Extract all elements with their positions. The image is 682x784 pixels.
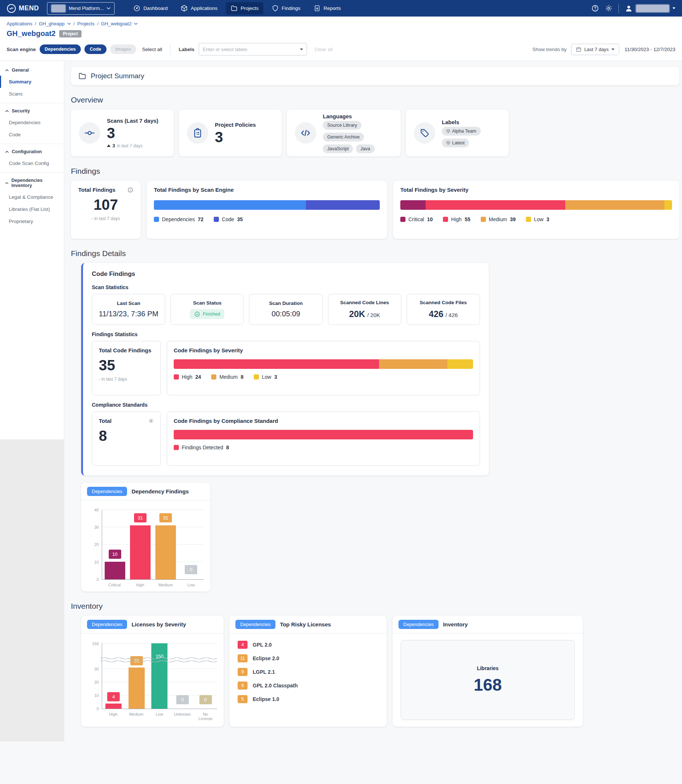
- applications-icon: [181, 5, 188, 12]
- sidebar-section-header-general[interactable]: General: [0, 64, 64, 76]
- dependencies-badge: Dependencies: [87, 620, 127, 629]
- x-label: Critical: [103, 583, 126, 587]
- nav-item-projects[interactable]: Projects: [226, 2, 263, 14]
- sidebar-section-header-configuration[interactable]: Configuration: [0, 145, 64, 157]
- bar-low: 150: [151, 643, 167, 709]
- y-tick: 20: [94, 542, 99, 547]
- sidebar-item-libraries-flat-list[interactable]: Libraries (Flat List): [0, 203, 64, 215]
- dependencies-badge: Dependencies: [398, 620, 438, 629]
- tag-icon: [414, 122, 435, 144]
- engine-chip-code[interactable]: Code: [84, 45, 106, 54]
- code-findings-severity-legend: High24 Medium8 Low3: [174, 374, 473, 380]
- trend-period-button[interactable]: Last 7 days: [571, 44, 620, 55]
- sidebar-item-dependencies[interactable]: Dependencies: [0, 117, 64, 129]
- gear-icon[interactable]: [148, 418, 154, 423]
- compliance-total-value: 8: [99, 428, 154, 444]
- project-type-badge: Project: [59, 30, 81, 37]
- code-findings-panel: Code Findings Scan Statistics Last Scan …: [81, 263, 489, 476]
- breadcrumb-projects[interactable]: Projects: [77, 21, 94, 26]
- chevron-down-icon[interactable]: [134, 22, 138, 25]
- mend-logo-icon: [6, 4, 16, 13]
- sidebar-section-header-dependencies-inventory[interactable]: Dependencies Inventory: [0, 174, 64, 191]
- sidebar-item-summary[interactable]: Summary: [0, 76, 64, 88]
- dependency-findings-title: Dependency Findings: [131, 488, 189, 495]
- nav-item-findings[interactable]: Findings: [267, 2, 305, 14]
- clipboard-icon: [187, 122, 208, 144]
- licenses-by-severity-card: Dependencies Licenses by Severity 150 30…: [81, 616, 224, 727]
- breadcrumb-applications[interactable]: Applications: [6, 21, 32, 26]
- bar-segment-low: [447, 359, 473, 369]
- findings-by-severity-card: Total Findings by Severity Critical10 Hi…: [393, 181, 679, 239]
- labels-select[interactable]: [199, 43, 307, 56]
- breadcrumb-project[interactable]: GH_webgoat2: [101, 21, 131, 26]
- engine-chip-images[interactable]: Images: [110, 45, 136, 54]
- dependencies-badge: Dependencies: [236, 620, 276, 629]
- project-summary-title: Project Summary: [91, 72, 144, 80]
- sidebar-section-general: General Summary Scans: [0, 62, 64, 103]
- user-menu[interactable]: [625, 5, 676, 13]
- y-tick: 10: [94, 560, 99, 564]
- code-findings-by-compliance-card: Code Findings by Compliance Standard Fin…: [167, 412, 480, 466]
- bar-value-label: 0: [185, 565, 197, 574]
- sidebar-section-header-security[interactable]: Security: [0, 105, 64, 117]
- scans-card-title: Scans (Last 7 days): [107, 118, 158, 124]
- language-chips: Source Library Generic Archive JavaScrip…: [323, 121, 393, 153]
- org-selector[interactable]: Mend Platform...: [47, 2, 115, 15]
- info-icon[interactable]: [127, 187, 133, 193]
- sidebar-section-title: Configuration: [12, 149, 42, 154]
- sidebar-item-scans[interactable]: Scans: [0, 88, 64, 100]
- scan-commit-icon: [79, 122, 100, 144]
- brand-text: MEND: [19, 5, 39, 12]
- bar-value-label: 31: [134, 513, 147, 522]
- sidebar-item-code-scan-config[interactable]: Code Scan Config: [0, 157, 64, 169]
- scanned-code-lines-value: 20K / 20K: [349, 309, 380, 319]
- scan-engine-label: Scan engine: [6, 47, 36, 52]
- settings-gear-icon[interactable]: [605, 5, 613, 12]
- chevron-down-icon: [672, 7, 676, 9]
- chevron-down-icon[interactable]: [300, 48, 303, 50]
- y-tick: 20: [94, 680, 99, 685]
- breadcrumb-application[interactable]: GH_gheapp: [39, 21, 65, 26]
- licenses-by-severity-chart: 150 30 20 10 0 4 31: [102, 643, 217, 709]
- show-trends-by-label: Show trends by: [532, 47, 567, 52]
- nav-item-applications[interactable]: Applications: [176, 2, 222, 14]
- engine-chip-dependencies[interactable]: Dependencies: [40, 45, 81, 54]
- nav-item-dashboard[interactable]: Dashboard: [129, 2, 172, 14]
- page-title: GH_webgoat2: [6, 29, 56, 38]
- scan-status-card: Scan Status Finished: [170, 294, 244, 325]
- list-item: 5 Eclipse 1.0: [237, 695, 379, 703]
- dashboard-icon: [133, 5, 140, 12]
- x-label: Medium: [127, 712, 146, 721]
- chevron-up-icon: [5, 110, 9, 112]
- clear-all-link[interactable]: Clear all: [314, 47, 333, 52]
- scanned-code-lines-card: Scanned Code Lines 20K / 20K: [328, 294, 402, 325]
- sidebar-item-legal-compliance[interactable]: Legal & Compliance: [0, 191, 64, 203]
- trend-period-value: Last 7 days: [584, 47, 609, 52]
- list-item: 6 GPL 2.0 Classpath: [237, 682, 379, 690]
- sidebar-item-proprietary[interactable]: Proprietary: [0, 215, 64, 227]
- last-scan-value: 11/13/23, 7:36 PM: [99, 310, 158, 318]
- inventory-card-title: Inventory: [443, 621, 468, 628]
- labels-input[interactable]: [203, 47, 300, 52]
- nav-item-reports[interactable]: Reports: [309, 2, 346, 14]
- sidebar-section-title: Security: [12, 109, 30, 113]
- mend-logo[interactable]: MEND: [6, 4, 39, 13]
- sidebar-item-code[interactable]: Code: [0, 129, 64, 141]
- filter-divider: [170, 43, 170, 55]
- help-icon[interactable]: [591, 5, 599, 12]
- languages-card-title: Languages: [323, 113, 393, 120]
- chevron-down-icon[interactable]: [67, 22, 71, 25]
- bar-high: 4: [105, 643, 121, 709]
- by-severity-title: Total Findings by Severity: [400, 187, 672, 193]
- languages-card: Languages Source Library Generic Archive…: [287, 110, 401, 156]
- license-count-badge: 4: [237, 641, 247, 649]
- compliance-total-title: Total: [99, 418, 112, 424]
- bar-segment-high: [425, 200, 565, 210]
- bar-value-label: 0: [176, 695, 189, 704]
- chevron-up-icon: [5, 69, 9, 72]
- nav-label: Dashboard: [143, 5, 167, 11]
- select-all-link[interactable]: Select all: [142, 47, 163, 52]
- license-name: LGPL 2.1: [253, 669, 275, 675]
- scans-card: Scans (Last 7 days) 3 3 in last 7 days: [71, 110, 174, 156]
- breadcrumb-separator: /: [97, 21, 99, 26]
